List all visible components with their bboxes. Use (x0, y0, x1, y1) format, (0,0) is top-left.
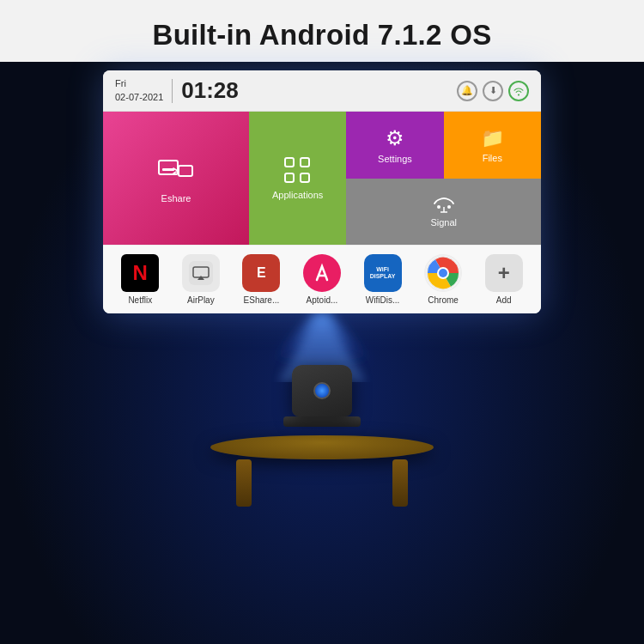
svg-rect-1 (162, 168, 174, 171)
settings-icon: ⚙ (386, 126, 404, 150)
wifi-icon (508, 81, 529, 101)
svg-point-4 (447, 205, 451, 209)
wifidisplay-app[interactable]: WiFiDISPLAY WifiDis... (364, 254, 402, 305)
netflix-icon: N (121, 254, 159, 292)
eshare-label: Eshare (161, 193, 191, 204)
download-icon: ⬇ (483, 81, 503, 101)
svg-rect-7 (189, 261, 213, 285)
settings-label: Settings (378, 154, 412, 164)
files-label: Files (483, 153, 502, 163)
svg-rect-2 (179, 166, 192, 176)
main-tiles: Eshare Applications ⚙ Setti (103, 112, 541, 245)
table-container (210, 428, 434, 507)
eshare-app-icon: E (242, 254, 280, 292)
signal-icon (432, 195, 456, 214)
netflix-app[interactable]: N Netflix (121, 254, 159, 305)
airplay-label: AirPlay (187, 295, 215, 305)
projector-lens (313, 382, 331, 399)
svg-point-9 (305, 256, 339, 290)
chrome-app[interactable]: Chrome (424, 254, 462, 305)
wifidisplay-icon: WiFiDISPLAY (364, 254, 402, 292)
add-icon: + (485, 254, 523, 292)
applications-tile[interactable]: Applications (249, 112, 346, 245)
chrome-label: Chrome (428, 295, 459, 305)
settings-tile[interactable]: ⚙ Settings (346, 112, 443, 179)
status-icons: 🔔 ⬇ (457, 81, 529, 101)
svg-point-13 (439, 269, 447, 277)
eshare-icon (155, 154, 197, 188)
aptoid-app[interactable]: Aptoid... (303, 254, 341, 305)
add-app[interactable]: + Add (485, 254, 523, 305)
eshare-tile[interactable]: Eshare (103, 112, 249, 245)
table-leg-left (236, 459, 252, 507)
table-legs (236, 459, 408, 507)
datetime-area: Fri 02-07-2021 01:28 (115, 77, 239, 104)
screen-header: Fri 02-07-2021 01:28 🔔 ⬇ (103, 70, 541, 112)
eshare-app-label: EShare... (244, 295, 280, 305)
right-tiles-grid: Applications ⚙ Settings 📁 Files (249, 112, 541, 245)
aptoid-icon (303, 254, 341, 292)
device-container (283, 365, 361, 427)
applications-label: Applications (272, 190, 323, 200)
svg-point-3 (437, 205, 440, 209)
airplay-icon (182, 254, 220, 292)
chrome-icon (424, 254, 462, 292)
netflix-label: Netflix (128, 295, 152, 305)
screen-date: Fri 02-07-2021 (115, 77, 163, 104)
wifidisplay-label: WifiDis... (366, 295, 399, 305)
bottom-apps-row: N Netflix AirPlay E EShare... (103, 245, 541, 313)
page-title: Built-in Android 7.1.2 OS (153, 19, 492, 51)
projector-screen: Fri 02-07-2021 01:28 🔔 ⬇ (103, 70, 541, 313)
signal-label: Signal (430, 217, 457, 228)
projector-base (283, 416, 361, 427)
screen-time: 01:28 (181, 77, 239, 104)
files-tile[interactable]: 📁 Files (444, 112, 541, 179)
projector-device (292, 365, 352, 416)
add-label: Add (496, 295, 512, 305)
signal-tile[interactable]: Signal (346, 179, 541, 246)
table-surface (210, 435, 434, 459)
aptoid-label: Aptoid... (307, 295, 338, 305)
title-area: Built-in Android 7.1.2 OS (0, 0, 644, 62)
eshare-app[interactable]: E EShare... (242, 254, 280, 305)
files-icon: 📁 (481, 127, 504, 149)
bell-icon: 🔔 (457, 81, 477, 101)
time-divider (172, 79, 173, 103)
projector-area (103, 313, 541, 507)
airplay-app[interactable]: AirPlay (182, 254, 220, 305)
table-leg-right (392, 459, 408, 507)
apps-grid-icon (284, 157, 312, 185)
